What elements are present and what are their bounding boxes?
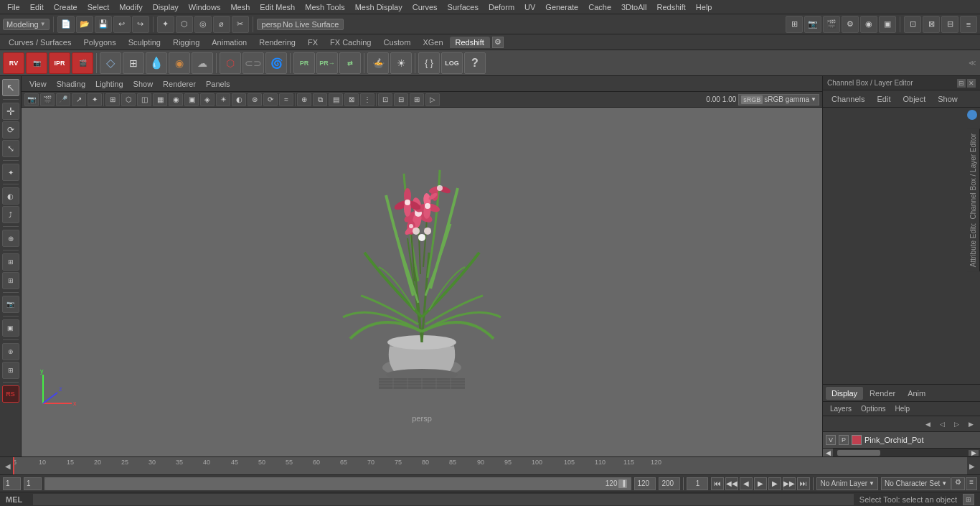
layer-right-arrow2[interactable]: ▶ <box>964 418 977 430</box>
status-icon-1[interactable]: ⊞ <box>963 494 974 505</box>
pb-prev-key-button[interactable]: ◀◀ <box>725 477 738 490</box>
display-tab-anim[interactable]: Anim <box>902 387 931 400</box>
vp-ao-icon[interactable]: ⊛ <box>248 93 262 106</box>
select-tool-button[interactable]: ✦ <box>157 16 174 33</box>
scroll-thumb[interactable] <box>837 450 880 456</box>
range-end-handle[interactable]: ▐ <box>618 479 627 488</box>
ui-icon-1[interactable]: ⊡ <box>904 16 921 33</box>
gamma-button[interactable]: sRGB sRGB gamma ▼ <box>738 94 819 106</box>
ch-tab-object[interactable]: Object <box>897 93 931 106</box>
menu-windows[interactable]: Windows <box>184 1 225 13</box>
rs-icon-sun[interactable]: ☀ <box>390 52 412 74</box>
scale-button[interactable]: ⤡ <box>2 140 19 157</box>
vp-back-icon[interactable]: ⧉ <box>313 93 327 106</box>
rs-icon-grid[interactable]: ⊞ <box>123 52 144 74</box>
vp-mic-icon[interactable]: 🎤 <box>56 93 70 106</box>
ch-tab-show[interactable]: Show <box>932 93 963 106</box>
menu-mesh-tools[interactable]: Mesh Tools <box>301 1 349 13</box>
vp-menu-renderer[interactable]: Renderer <box>159 78 199 90</box>
render-region-button[interactable]: ▣ <box>2 319 19 337</box>
display-tab-display[interactable]: Display <box>826 387 863 400</box>
rs-icon-pill[interactable]: ⊂⊃ <box>242 52 264 74</box>
menu-3dto[interactable]: 3DtoAll <box>617 1 651 13</box>
anim-layer-dropdown[interactable]: No Anim Layer ▼ <box>816 477 878 490</box>
redshift-icon-main[interactable]: RS <box>2 385 19 403</box>
rotate-button[interactable]: ⟳ <box>2 121 19 139</box>
pb-next-frame-button[interactable]: ▶ <box>768 477 781 490</box>
timeline-prev-button[interactable]: ◀ <box>3 462 13 470</box>
vp-wireframe-icon[interactable]: ▣ <box>184 93 199 106</box>
rs-icon-pr1[interactable]: PR <box>293 52 315 74</box>
pb-play-button[interactable]: ▶ <box>754 477 767 490</box>
layers-tab-layers[interactable]: Layers <box>826 403 856 414</box>
rs-icon-cam[interactable]: 📷 <box>26 52 47 74</box>
shelf-tab-rendering[interactable]: Rendering <box>253 37 301 48</box>
shelf-tab-redshift[interactable]: Redshift <box>450 37 490 48</box>
vp-material-icon[interactable]: ◈ <box>200 93 215 106</box>
vp-hud-icon[interactable]: ⊡ <box>378 93 392 106</box>
menu-file[interactable]: File <box>3 1 24 13</box>
layers-tab-help[interactable]: Help <box>890 403 914 414</box>
layers-tab-options[interactable]: Options <box>857 403 890 414</box>
vp-comp-icon[interactable]: ⊞ <box>410 93 424 106</box>
layers-scrollbar[interactable]: ◀ ▶ <box>823 448 980 456</box>
char-set-option-button[interactable]: ⚙ <box>951 477 965 490</box>
max-frame-field[interactable]: 200 <box>659 477 680 490</box>
menu-modify[interactable]: Modify <box>115 1 146 13</box>
render-icon-1[interactable]: ⊞ <box>786 16 803 33</box>
scroll-left-button[interactable]: ◀ <box>823 449 833 456</box>
menu-redshift[interactable]: Redshift <box>652 1 689 13</box>
range-start-field[interactable]: 1 <box>3 477 21 490</box>
layer-playback[interactable]: P <box>839 435 849 445</box>
vp-motion-icon[interactable]: ⟳ <box>263 93 278 106</box>
paint-sel-button[interactable]: ◎ <box>194 16 212 33</box>
snap-button[interactable]: ✂ <box>232 16 249 33</box>
rs-icon-log[interactable]: LOG <box>441 52 463 74</box>
menu-mesh-display[interactable]: Mesh Display <box>351 1 407 13</box>
pb-prev-frame-button[interactable]: ◀ <box>740 477 753 490</box>
menu-help[interactable]: Help <box>692 1 717 13</box>
vp-cam-icon[interactable]: 📷 <box>24 93 39 106</box>
soft-sel-button[interactable]: ⌀ <box>213 16 230 33</box>
vp-cursor-icon[interactable]: ✦ <box>88 93 102 106</box>
render-icon-2[interactable]: 📷 <box>804 16 821 33</box>
vp-depth-icon[interactable]: ⋮ <box>360 93 374 106</box>
grid-button[interactable]: ⊞ <box>2 362 19 379</box>
frame-range-bar[interactable]: 120 ▐ <box>44 477 631 490</box>
shelf-tab-custom[interactable]: Custom <box>378 37 417 48</box>
transform-button[interactable]: ✛ <box>2 103 19 120</box>
rs-icon-spiral[interactable]: 🌀 <box>265 52 287 74</box>
shelf-collapse-button[interactable]: ≪ <box>967 57 977 68</box>
shelf-tab-xgen[interactable]: XGen <box>417 37 448 48</box>
rs-icon-code[interactable]: { } <box>418 52 440 74</box>
char-set-dropdown[interactable]: No Character Set ▼ <box>881 477 951 490</box>
vp-light-icon[interactable]: ☀ <box>216 93 230 106</box>
menu-surfaces[interactable]: Surfaces <box>443 1 483 13</box>
color-indicator[interactable] <box>967 110 977 120</box>
menu-select[interactable]: Select <box>83 1 114 13</box>
menu-edit-mesh[interactable]: Edit Mesh <box>255 1 299 13</box>
display-tab-render[interactable]: Render <box>864 387 901 400</box>
ui-icon-2[interactable]: ⊠ <box>923 16 940 33</box>
menu-display[interactable]: Display <box>149 1 183 13</box>
rs-icon-rv[interactable]: RV <box>3 52 24 74</box>
camera-button[interactable]: 📷 <box>2 296 19 313</box>
vp-menu-shading[interactable]: Shading <box>53 78 89 90</box>
open-scene-button[interactable]: 📂 <box>76 16 93 33</box>
rs-icon-bowl[interactable]: 🍲 <box>367 52 389 74</box>
vp-fog-icon[interactable]: ≈ <box>279 93 293 106</box>
vp-anim-icon[interactable]: ▷ <box>425 93 440 106</box>
vp-menu-lighting[interactable]: Lighting <box>92 78 127 90</box>
shelf-tab-polygons[interactable]: Polygons <box>77 37 121 48</box>
save-scene-button[interactable]: 💾 <box>95 16 112 33</box>
undo-button[interactable]: ↩ <box>113 16 131 33</box>
rs-icon-pr3[interactable]: ⇄ <box>339 52 361 74</box>
rs-icon-cloud[interactable]: ☁ <box>192 52 213 74</box>
render-icon-3[interactable]: 🎬 <box>823 16 840 33</box>
rs-icon-rend[interactable]: 🎬 <box>72 52 93 74</box>
live-surface-button[interactable]: persp No Live Surface <box>257 19 344 30</box>
vp-iso-icon[interactable]: ⊠ <box>344 93 359 106</box>
shelf-tab-fx[interactable]: FX <box>302 37 324 48</box>
axis-button[interactable]: ⊕ <box>2 343 19 360</box>
vp-gate-icon[interactable]: ⊟ <box>394 93 408 106</box>
